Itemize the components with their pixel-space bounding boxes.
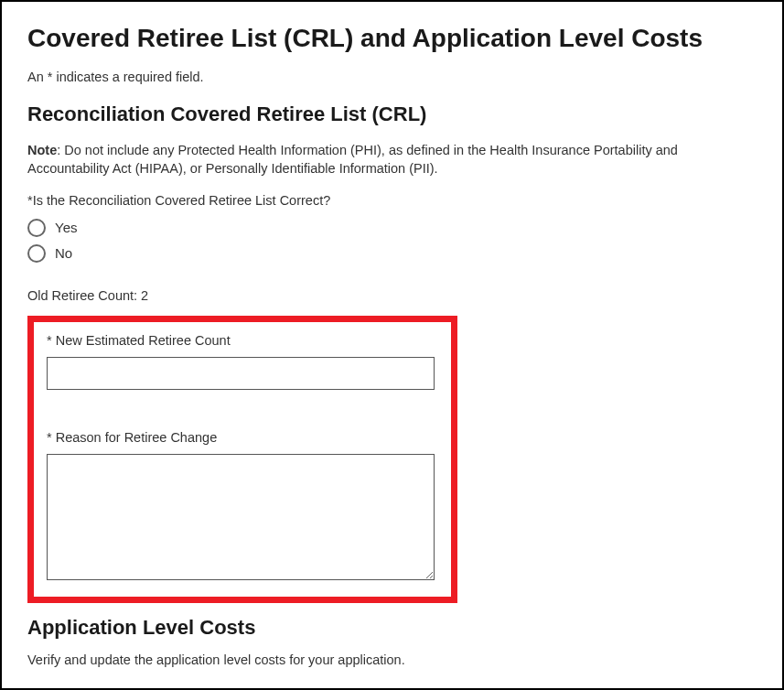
new-retiree-count-label: * New Estimated Retiree Count [47,333,438,348]
radio-no[interactable]: No [27,244,757,263]
note-body: : Do not include any Protected Health In… [27,143,678,176]
required-field-note: An * indicates a required field. [27,70,757,84]
reconciliation-heading: Reconciliation Covered Retiree List (CRL… [27,102,757,126]
radio-yes-label: Yes [55,220,77,235]
radio-circle-icon [27,219,46,237]
radio-yes[interactable]: Yes [27,219,757,237]
application-costs-heading: Application Level Costs [27,616,757,640]
verify-costs-text: Verify and update the application level … [27,652,757,667]
crl-radio-group: Yes No [27,219,757,263]
highlighted-fields-box: * New Estimated Retiree Count * Reason f… [27,316,457,603]
new-retiree-count-input[interactable] [47,357,435,390]
old-retiree-count: Old Retiree Count: 2 [27,288,757,303]
radio-circle-icon [27,244,46,263]
phi-note: Note: Do not include any Protected Healt… [27,141,757,178]
reason-change-label: * Reason for Retiree Change [47,430,438,445]
reason-change-textarea[interactable] [47,454,435,580]
page-container: Covered Retiree List (CRL) and Applicati… [0,0,784,690]
page-title: Covered Retiree List (CRL) and Applicati… [27,24,757,53]
crl-question: *Is the Reconciliation Covered Retiree L… [27,193,757,208]
radio-no-label: No [55,245,72,261]
note-bold: Note [27,143,57,157]
